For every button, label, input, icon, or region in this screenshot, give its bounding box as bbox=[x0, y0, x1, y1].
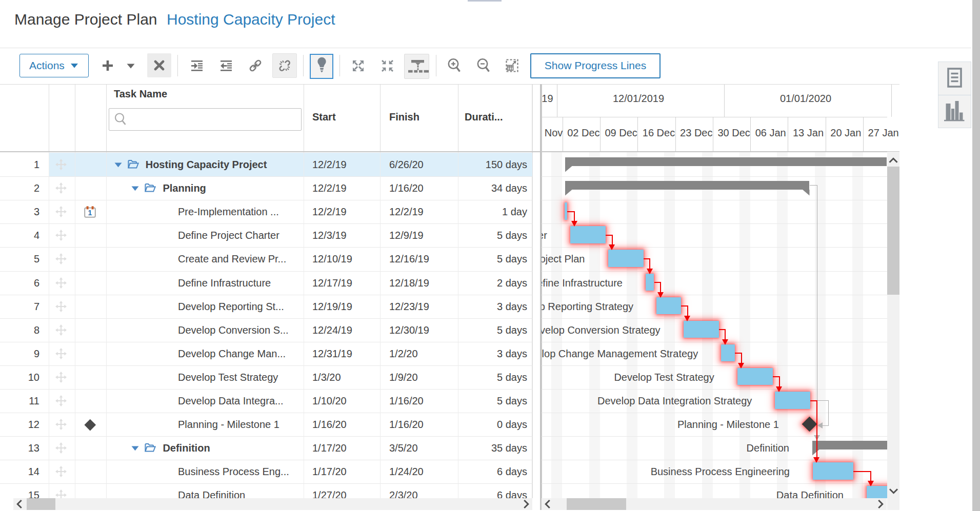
svg-text:1: 1 bbox=[88, 209, 92, 217]
